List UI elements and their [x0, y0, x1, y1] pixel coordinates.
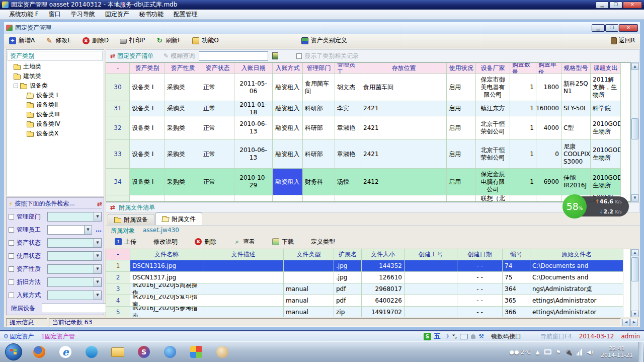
data-cell[interactable]: [447, 195, 476, 202]
data-cell[interactable]: 14919702: [362, 307, 405, 318]
data-cell[interactable]: 2011-05-06: [234, 74, 273, 101]
data-cell[interactable]: [405, 307, 457, 318]
column-header-创建工号[interactable]: 创建工号: [405, 249, 457, 260]
keyboard-icon[interactable]: [460, 334, 468, 339]
data-cell[interactable]: 北京千恒荣创公司: [476, 116, 510, 140]
toolbar-button-功能O[interactable]: 功能O: [192, 36, 218, 45]
filter-dropdown-入账方式[interactable]: ▼: [47, 291, 102, 300]
scroll-right-arrow[interactable]: ▶: [630, 319, 638, 326]
tree-item-土地类[interactable]: 土地类: [7, 62, 104, 71]
column-header-规格型号[interactable]: 规格型号: [561, 63, 591, 74]
column-header-资产性质[interactable]: 资产性质: [165, 63, 201, 74]
data-cell[interactable]: 正常: [201, 74, 234, 101]
table-row[interactable]: 30设备类 I采购类正常2011-05-06融资租入食用菌车间胡文杰食用菌车间启…: [106, 74, 631, 101]
data-cell[interactable]: 设备类 I: [130, 140, 165, 169]
toolbar-button-修改E[interactable]: ✎修改E: [46, 36, 71, 45]
data-cell[interactable]: 6900: [536, 169, 561, 195]
scroll-thumb[interactable]: [631, 257, 638, 281]
data-cell[interactable]: 2011解支酶，生物所: [591, 74, 621, 101]
data-cell[interactable]: 160000: [536, 101, 561, 116]
data-cell[interactable]: [284, 272, 334, 283]
attach-grid-vscrollbar[interactable]: ▲ ▼: [631, 249, 639, 318]
table-row[interactable]: 32设备类 I采购类正常2010-06-13融资租入科研部章淑艳2421启用北京…: [106, 116, 631, 140]
attach-button-定义类型[interactable]: 定义类型: [311, 238, 335, 246]
scroll-left-arrow[interactable]: ◀: [622, 319, 630, 326]
data-cell[interactable]: manual: [284, 295, 334, 307]
data-cell[interactable]: 2010-06-13: [234, 140, 273, 169]
data-cell[interactable]: 74: [503, 260, 530, 272]
data-cell[interactable]: manual: [284, 283, 334, 295]
attach-button-上传[interactable]: ↥上传: [115, 238, 136, 246]
attach-button-修改说明[interactable]: 修改说明: [153, 238, 178, 246]
data-cell[interactable]: C:\Documents and: [530, 272, 623, 283]
data-cell[interactable]: 366: [503, 307, 530, 318]
data-cell[interactable]: [203, 283, 284, 295]
table-row[interactable]: 2DSCN1317.jpg.jpg126610- -75C:\Documents…: [106, 272, 631, 283]
data-cell[interactable]: 75: [503, 272, 530, 283]
data-cell[interactable]: 财务科: [303, 169, 335, 195]
row-number-cell[interactable]: 31: [106, 101, 130, 116]
column-header-课题支出[interactable]: 课题支出: [591, 63, 621, 74]
data-cell[interactable]: 新科25Q N1: [561, 74, 591, 101]
data-cell[interactable]: [165, 195, 201, 202]
table-row[interactable]: 3iR2016J_2020JS简易操作manualpdf2968017- -36…: [106, 283, 631, 295]
data-cell[interactable]: .jpg: [334, 260, 362, 272]
volume-icon[interactable]: ◀): [587, 349, 593, 355]
menu-item-学习导航[interactable]: 学习导航: [66, 9, 100, 20]
column-header-入账方式[interactable]: 入账方式: [273, 63, 303, 74]
filter-checkbox-折旧方法[interactable]: [9, 279, 14, 285]
data-cell[interactable]: 启用: [447, 101, 476, 116]
tab-附属文件[interactable]: 附属文件: [155, 212, 202, 225]
data-cell[interactable]: SFY-50L: [561, 101, 591, 116]
data-cell[interactable]: ettings\Administrator: [530, 295, 623, 307]
chevron-down-icon[interactable]: ▼: [94, 291, 101, 300]
chevron-down-icon[interactable]: ▼: [94, 212, 101, 221]
data-cell[interactable]: [203, 260, 284, 272]
filter-dropdown-管理员工[interactable]: ▼: [47, 225, 92, 235]
data-cell[interactable]: 食用菌车间: [303, 74, 335, 101]
column-header-管理部门[interactable]: 管理部门: [303, 63, 335, 74]
data-cell[interactable]: manual: [284, 307, 334, 318]
scroll-up-arrow[interactable]: ▲: [631, 249, 638, 256]
nav-window-label[interactable]: 导航窗口F4: [540, 332, 572, 341]
user-icon[interactable]: [471, 334, 475, 339]
sogou-ime-icon[interactable]: S: [424, 333, 431, 340]
chevron-down-icon[interactable]: ▼: [94, 265, 101, 273]
data-cell[interactable]: - -: [457, 260, 503, 272]
data-cell[interactable]: 科研部: [303, 101, 335, 116]
data-cell[interactable]: iR2016J_2020JS参考指南.: [130, 307, 203, 318]
attach-button-查看[interactable]: ⌕查看: [233, 238, 255, 246]
data-cell[interactable]: [234, 195, 273, 202]
data-cell[interactable]: 正常: [201, 140, 234, 169]
data-cell[interactable]: 章淑艳: [335, 140, 361, 169]
data-cell[interactable]: 融资租入: [273, 101, 303, 116]
taskbar-paint-icon[interactable]: [212, 344, 232, 360]
data-cell[interactable]: 融资租入: [273, 116, 303, 140]
start-button[interactable]: [5, 343, 22, 360]
data-cell[interactable]: 汤悦: [335, 169, 361, 195]
toolbar-button-新增A[interactable]: +新增A: [9, 36, 35, 45]
data-cell[interactable]: 设备类 I: [130, 116, 165, 140]
data-cell[interactable]: 2010-10-29: [234, 169, 273, 195]
tree-item-设备类X[interactable]: 设备类X: [7, 129, 104, 138]
close-button[interactable]: ✕: [623, 2, 642, 9]
data-cell[interactable]: 1: [510, 101, 536, 116]
data-cell[interactable]: 2010GOD，生物所: [591, 116, 621, 140]
column-header-rownum[interactable]: -: [106, 63, 130, 74]
taskbar-browser-icon[interactable]: [160, 344, 180, 360]
data-cell[interactable]: 融资租入: [273, 140, 303, 169]
data-cell[interactable]: 采购类: [165, 140, 201, 169]
data-cell[interactable]: 采购类: [165, 101, 201, 116]
moon-icon[interactable]: ☽: [444, 333, 449, 340]
data-cell[interactable]: 2968017: [362, 283, 405, 295]
data-cell[interactable]: zip: [334, 307, 362, 318]
taskbar-ie-icon[interactable]: e: [55, 344, 75, 360]
table-row[interactable]: 34设备类 I采购类正常2010-10-29融资租入财务科汤悦2412启用保定金…: [106, 169, 631, 195]
filter-checkbox-使用状态[interactable]: [9, 253, 14, 259]
data-cell[interactable]: [203, 295, 284, 307]
child-restore-button[interactable]: ❐: [605, 24, 618, 32]
data-cell[interactable]: [536, 195, 561, 202]
tree-item-设备类IV[interactable]: 设备类IV: [7, 119, 104, 129]
data-cell[interactable]: 胡文杰: [335, 74, 361, 101]
toolbar-button-删除D[interactable]: ✖删除D: [83, 36, 109, 45]
